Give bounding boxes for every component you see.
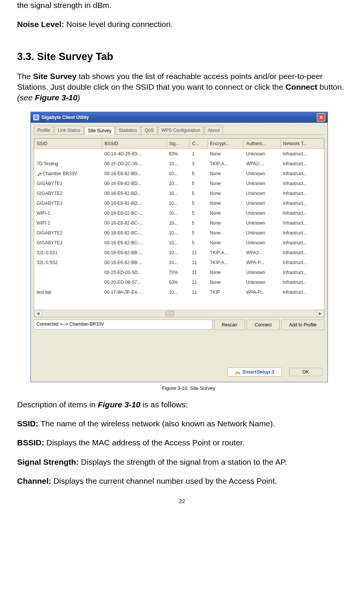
def-signal-label: Signal Strength:: [17, 458, 79, 466]
tab-strip: ProfileLink StatusSite SurveyStatisticsQ…: [34, 126, 324, 135]
window-footer: SmartSetup 3 OK: [31, 333, 328, 382]
column-header[interactable]: BSSID: [102, 138, 166, 149]
def-channel: Channel: Displays the current channel nu…: [17, 476, 347, 486]
column-header[interactable]: SSID: [35, 138, 102, 149]
tab-wps-configuration[interactable]: WPS Configuration: [158, 126, 204, 135]
noise-label: Noise Level:: [17, 20, 64, 28]
def-bssid-text: Displays the MAC address of the Access P…: [44, 438, 245, 447]
column-header[interactable]: C...: [190, 138, 207, 149]
tab-qos[interactable]: QoS: [141, 126, 157, 135]
def-ssid: SSID: The name of the wireless network (…: [17, 418, 347, 429]
horizontal-scrollbar[interactable]: ◀ ▶: [34, 310, 324, 317]
tab-about[interactable]: About: [204, 126, 223, 135]
def-ssid-label: SSID:: [17, 419, 38, 428]
survey-table: SSIDBSSIDSig...C...Encrypt...Authent...N…: [34, 138, 324, 297]
scroll-track[interactable]: [42, 310, 317, 317]
intro-t8: ): [78, 93, 80, 102]
tab-profile[interactable]: Profile: [34, 126, 54, 135]
intro-t2: Site Survey: [33, 72, 76, 81]
def-bssid: BSSID: Displays the MAC address of the A…: [17, 437, 347, 448]
def-ssid-text: The name of the wireless network (also k…: [38, 419, 275, 428]
desc-intro-b: Figure 3-10: [98, 400, 140, 409]
svg-point-0: [38, 174, 39, 176]
scroll-right-icon[interactable]: ▶: [317, 310, 324, 317]
table-row[interactable]: 7D Testing00-1F-D0-2C-35-...10...3TKIP;A…: [35, 159, 324, 169]
add-to-profile-button[interactable]: Add to Profile: [281, 320, 324, 330]
def-channel-label: Channel:: [17, 477, 51, 485]
desc-intro: Description of items in Figure 3-10 is a…: [17, 399, 347, 410]
table-row[interactable]: GIGABYTE300-16-E6-82-BD...10...5NoneUnkn…: [35, 198, 324, 208]
intro-t1: The: [17, 72, 33, 81]
figure-caption: Figure 3-10. Site Survey: [30, 385, 347, 391]
scroll-thumb[interactable]: [165, 311, 174, 316]
table-row[interactable]: 00-1A-4D-25-93-...83%1NoneUnknownInfrast…: [35, 149, 324, 159]
table-row[interactable]: WIFI 200-16-E6-82-BC-...10...5NoneUnknow…: [35, 218, 324, 228]
fragment-top: the signal strength in dBm.: [17, 0, 347, 11]
table-row[interactable]: GIGABYTE200-16-E6-82-BD...10...5NoneUnkn…: [35, 188, 324, 198]
table-row[interactable]: 32L-0.5S200-16-E6-82-BB-...10...11TKIP;A…: [35, 258, 324, 268]
window-title: Gigabyte Client Utility: [41, 115, 89, 120]
section-heading: 3.3. Site Survey Tab: [17, 51, 347, 63]
table-row[interactable]: GIGABYTE200-16-E6-82-BC-...10...5NoneUnk…: [35, 228, 324, 238]
desc-intro-c: is as follows:: [140, 400, 188, 409]
scroll-left-icon[interactable]: ◀: [34, 310, 42, 317]
survey-list[interactable]: SSIDBSSIDSig...C...Encrypt...Authent...N…: [34, 138, 324, 317]
column-header[interactable]: Sig...: [166, 138, 189, 149]
connection-status: Connected <--> Chamber-BR33V: [34, 320, 212, 329]
table-row[interactable]: GIGABYTE300-16-E6-82-BC-...10...5NoneUnk…: [35, 238, 324, 248]
smartsetup-icon: [235, 369, 241, 375]
smartsetup-label: SmartSetup 3: [242, 369, 274, 375]
table-row[interactable]: test lab00-17-9A-3F-E4-...10...11TKIPWPA…: [35, 287, 324, 297]
column-header[interactable]: Encrypt...: [207, 138, 244, 149]
app-window: G Gigabyte Client Utility ✕ ProfileLink …: [30, 112, 328, 382]
noise-level-line: Noise Level: Noise level during connecti…: [17, 19, 347, 30]
column-header[interactable]: Authent...: [244, 138, 281, 149]
connect-button[interactable]: Connect: [247, 320, 280, 330]
intro-t5: button.: [317, 82, 344, 91]
rescan-button[interactable]: Rescan: [214, 320, 245, 330]
smartsetup-button[interactable]: SmartSetup 3: [228, 367, 282, 377]
connected-icon: [37, 172, 42, 176]
table-row[interactable]: 32L-0.5S100-16-E6-82-BB-...10...11TKIP;A…: [35, 248, 324, 258]
tab-link-status[interactable]: Link Status: [54, 126, 84, 135]
app-icon: G: [33, 114, 39, 120]
close-icon[interactable]: ✕: [317, 113, 325, 122]
noise-text: Noise level during connection.: [64, 20, 173, 28]
ok-button[interactable]: OK: [289, 368, 322, 376]
table-row[interactable]: GIGABYTE100-16-E6-82-BD...10...5NoneUnkn…: [35, 179, 324, 188]
tab-statistics[interactable]: Statistics: [116, 126, 141, 135]
title-bar: G Gigabyte Client Utility ✕: [31, 112, 328, 123]
def-channel-text: Displays the current channel number used…: [51, 477, 277, 485]
desc-intro-a: Description of items in: [17, 400, 98, 409]
intro-t6: (see: [17, 93, 35, 102]
intro-t7: Figure 3-10: [35, 93, 78, 102]
tab-site-survey[interactable]: Site Survey: [84, 126, 114, 135]
def-signal-text: Displays the strength of the signal from…: [79, 458, 287, 466]
table-row[interactable]: WIFI-100-16-E6-02-BC-...10...5NoneUnknow…: [35, 208, 324, 218]
table-row[interactable]: 00-20-ED-00-5D...70%11NoneUnknownInfrast…: [35, 268, 324, 277]
intro-t4: Connect: [285, 82, 317, 91]
def-signal: Signal Strength: Displays the strength o…: [17, 457, 347, 467]
page-number: 22: [17, 498, 347, 504]
table-row[interactable]: Chamber BR33V00-16-E6-82-BD...10...5None…: [35, 169, 324, 179]
column-header[interactable]: Network T...: [280, 138, 324, 149]
table-row[interactable]: 00-20-ED-08-57...63%11NoneUnknownInfrast…: [35, 277, 324, 287]
figure-container: G Gigabyte Client Utility ✕ ProfileLink …: [30, 112, 347, 391]
def-bssid-label: BSSID:: [17, 438, 44, 447]
intro-paragraph: The Site Survey tab shows you the list o…: [17, 71, 347, 103]
